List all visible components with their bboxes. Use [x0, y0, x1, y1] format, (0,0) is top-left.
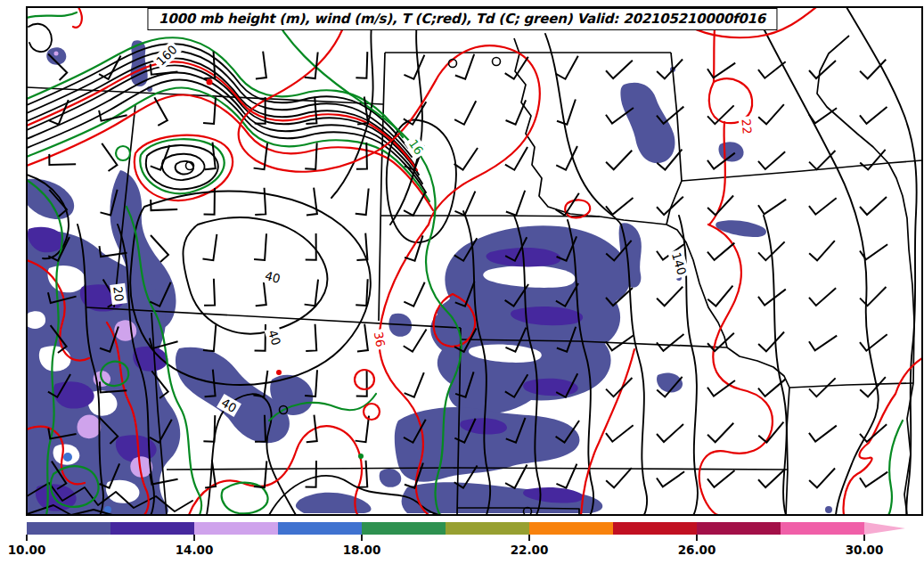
colorbar-tick-label: 26.00	[678, 543, 716, 557]
colorbar-segment	[781, 522, 864, 535]
colorbar-tick-label: 14.00	[176, 543, 214, 557]
colorbar-tick-label: 30.00	[846, 543, 884, 557]
data-dot	[276, 370, 282, 375]
map-canvas: 1602040404014022361610.0014.0018.0022.00…	[0, 0, 924, 564]
colorbar-segment	[446, 522, 529, 535]
colorbar-arrow	[864, 522, 905, 535]
contour-label-text: 20	[110, 285, 127, 302]
map-title: 1000 mb height (m), wind (m/s), T (C;red…	[147, 8, 777, 30]
colorbar-segment	[194, 522, 278, 535]
data-dot	[358, 454, 364, 459]
colorbar-segment	[613, 522, 697, 535]
colorbar-segment	[697, 522, 781, 535]
colorbar-segment	[362, 522, 446, 535]
colorbar-segment	[27, 522, 110, 535]
contour-label-text: 22	[739, 119, 754, 135]
shading-dot	[825, 506, 832, 513]
shading-region	[619, 223, 642, 287]
contour-label: 22	[739, 116, 756, 137]
shading-dot	[63, 453, 72, 462]
contour-label: 20	[110, 283, 127, 305]
colorbar-tick-label: 18.00	[343, 543, 381, 557]
colorbar-tick-label: 10.00	[8, 543, 46, 557]
weather-map-figure: 1000 mb height (m), wind (m/s), T (C;red…	[0, 0, 924, 564]
colorbar: 10.0014.0018.0022.0026.0030.00	[8, 522, 905, 557]
data-dot	[207, 79, 213, 86]
contour-label-text: 36	[372, 331, 388, 348]
colorbar-segment	[278, 522, 362, 535]
shading-region	[27, 311, 45, 329]
shading-dot	[54, 52, 59, 56]
shading-region	[78, 415, 102, 439]
colorbar-segment	[529, 522, 613, 535]
colorbar-tick-label: 22.00	[511, 543, 549, 557]
colorbar-segment	[110, 522, 194, 535]
